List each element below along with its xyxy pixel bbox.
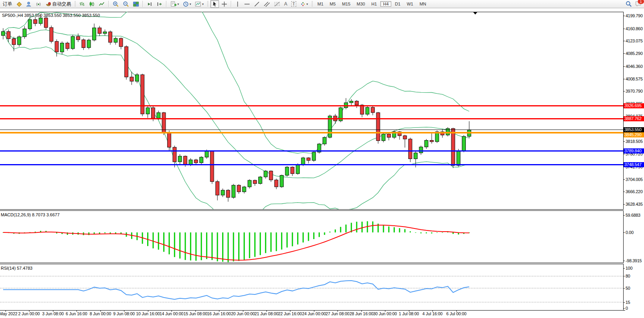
timeframe-MN[interactable]: MN	[417, 1, 429, 7]
trend-line-icon	[254, 1, 260, 7]
timeframe-M1[interactable]: M1	[315, 1, 326, 7]
tile-windows-button[interactable]	[131, 0, 140, 8]
chat-button[interactable]: 1	[635, 1, 642, 7]
rsi-indicator-label: RSI(14) 57.4783	[1, 266, 33, 270]
signal-button[interactable]	[34, 0, 43, 8]
new-order-icon	[16, 1, 22, 7]
time-tick-label: 31 May 2022	[0, 311, 17, 316]
bar-chart-button[interactable]	[78, 0, 87, 8]
add-indicator-button[interactable]: ▾	[169, 0, 181, 8]
rsi-tick-mark	[624, 268, 625, 269]
price-level-badge: 3887.762	[624, 116, 644, 121]
toolbar-separator	[142, 1, 143, 7]
equidistant-channel-icon	[264, 1, 270, 7]
search-icon[interactable]	[626, 1, 632, 7]
autotrade-button[interactable]: 自动交易	[44, 0, 73, 8]
orders-button[interactable]: 订单	[0, 0, 14, 8]
rsi-tick-label: 15	[626, 300, 630, 305]
time-tick-label: 4 Jul 16:00	[422, 311, 442, 316]
timeframe-M15[interactable]: M15	[339, 1, 353, 7]
price-level-badge: 3748.547	[624, 162, 644, 167]
rsi-tick-mark	[624, 276, 625, 276]
price-level-badge: 3845.290	[624, 132, 644, 137]
timeframe-clock-icon	[183, 1, 189, 7]
price-tick-mark	[624, 29, 625, 29]
vertical-line-tool[interactable]	[234, 0, 242, 8]
zoom-in-button[interactable]	[111, 0, 120, 8]
time-tick-label: 16 Jun 16:00	[207, 311, 231, 316]
price-tick-label: 4085.290	[626, 51, 642, 56]
time-tick-label: 28 Jun 16:00	[350, 311, 374, 316]
price-tick-label: 3628.435	[626, 202, 642, 207]
trend-line-tool[interactable]	[252, 0, 261, 8]
chart-shift-button[interactable]	[155, 0, 164, 8]
text-tool[interactable]: A	[283, 0, 289, 8]
timeframe-D1[interactable]: D1	[392, 1, 403, 7]
dropdown-caret: ▾	[306, 2, 308, 6]
macd-tick-label: 0.00	[626, 230, 633, 235]
text-label-icon: T	[291, 1, 296, 7]
fibonacci-tool[interactable]	[272, 0, 282, 8]
add-indicator-icon	[170, 1, 177, 7]
timeframe-clock-button[interactable]: ▾	[181, 0, 193, 8]
toolbar-separator	[231, 1, 232, 7]
time-tick-label: 30 Jun 00:00	[373, 311, 397, 316]
time-tick-label: 8 Jun 00:00	[90, 311, 111, 316]
auto-scroll-button[interactable]	[145, 0, 154, 8]
dropdown-caret: ▾	[202, 2, 204, 6]
toolbar-right-group: 1	[626, 1, 642, 7]
timeframe-M5[interactable]: M5	[327, 1, 338, 7]
autotrade-icon	[46, 1, 51, 7]
macd-panel[interactable]	[0, 212, 623, 263]
autotrade-label: 自动交易	[52, 1, 71, 7]
time-tick-label: 6 Jul 00:00	[446, 311, 466, 316]
time-tick-label: 15 Jun 08:00	[184, 311, 208, 316]
rsi-tick-label: 50	[626, 286, 630, 291]
panel-divider[interactable]	[0, 263, 624, 264]
profile-button[interactable]	[24, 0, 33, 8]
horizontal-line-icon	[244, 1, 250, 7]
current-price-line	[0, 130, 623, 130]
main-chart[interactable]	[0, 12, 623, 209]
text-label-tool[interactable]: T	[290, 0, 298, 8]
price-tick-label: 3970.790	[626, 89, 642, 93]
timeframe-W1[interactable]: W1	[404, 1, 416, 7]
price-axis-border	[623, 12, 624, 310]
rsi-tick-mark	[624, 288, 625, 289]
rsi-tick-mark	[624, 302, 625, 303]
price-tick-mark	[624, 204, 625, 205]
horizontal-line-tool[interactable]	[243, 0, 252, 8]
zoom-out-button[interactable]	[121, 0, 131, 8]
orders-label: 订单	[3, 1, 12, 7]
panel-divider[interactable]	[0, 209, 624, 211]
vertical-line-icon	[235, 1, 240, 7]
cursor-icon	[212, 1, 217, 7]
time-tick-label: 9 Jun 08:00	[113, 311, 135, 316]
equidistant-channel-tool[interactable]	[262, 0, 272, 8]
chart-shift-icon	[157, 1, 162, 7]
rsi-tick-label: 100	[626, 266, 632, 270]
chat-unread-badge: 1	[638, 0, 644, 4]
zoom-in-icon	[113, 1, 119, 7]
signal-icon	[36, 1, 42, 7]
timeframe-H1[interactable]: H1	[369, 1, 379, 7]
price-tick-label: 3704.005	[626, 177, 642, 182]
line-chart-button[interactable]	[97, 0, 106, 8]
template-button[interactable]: ▾	[193, 0, 205, 8]
cursor-tool-button[interactable]	[210, 0, 219, 8]
timeframe-H4[interactable]: H4	[380, 1, 391, 7]
arrows-tool[interactable]: ▾	[299, 0, 310, 8]
new-order-button[interactable]	[15, 0, 24, 8]
time-tick-label: 21 Jun 08:00	[255, 311, 279, 316]
candlestick-chart-button[interactable]	[88, 0, 97, 8]
price-tick-label: 4008.575	[626, 77, 642, 81]
price-tick-mark	[624, 154, 625, 154]
time-tick-label: 6 Jun 16:00	[66, 311, 88, 316]
time-tick-label: 10 Jun 16:00	[136, 311, 160, 316]
dropdown-caret: ▾	[177, 2, 179, 6]
timeframe-M30[interactable]: M30	[354, 1, 368, 7]
price-tick-label: 4123.075	[626, 38, 642, 43]
crosshair-tool-button[interactable]	[220, 0, 229, 8]
rsi-panel[interactable]	[0, 265, 623, 310]
toolbar-separator	[166, 1, 167, 7]
